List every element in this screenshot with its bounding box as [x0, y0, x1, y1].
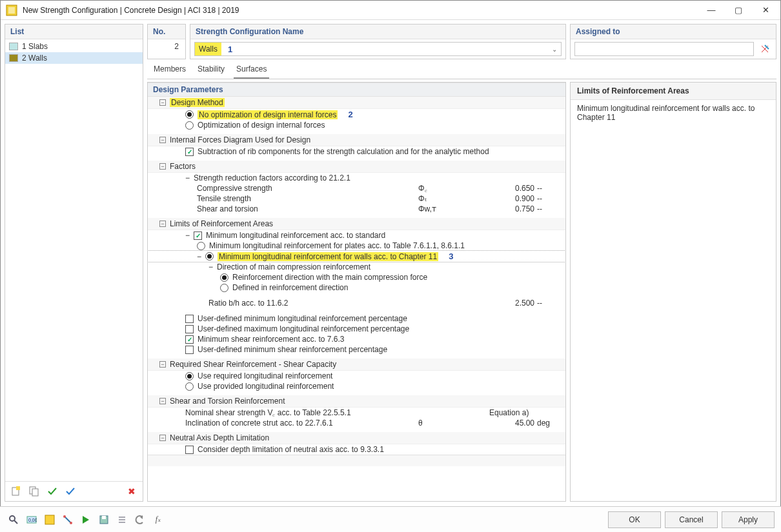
fx-icon[interactable]: fₓ	[151, 513, 165, 527]
radio-label: Reinforcement direction with the main co…	[232, 273, 427, 282]
radio-row[interactable]: Reinforcement direction with the main co…	[148, 272, 565, 282]
tab-stability[interactable]: Stability	[195, 62, 227, 79]
svg-rect-3	[16, 486, 20, 490]
titlebar: New Strength Configuration | Concrete De…	[1, 1, 780, 20]
radio-no-opt[interactable]	[185, 110, 194, 119]
chk-minshear[interactable]	[185, 335, 194, 344]
new-icon[interactable]	[9, 484, 23, 498]
check-row[interactable]: User-defined minimum longitudinal reinfo…	[148, 313, 565, 324]
link-icon[interactable]	[61, 513, 75, 527]
tab-surfaces[interactable]: Surfaces	[234, 62, 269, 79]
subgroup-label: Strength reduction factors according to …	[194, 173, 350, 182]
dropdown-icon[interactable]: ⌄	[552, 46, 557, 53]
radio-opt[interactable]	[185, 121, 194, 130]
maximize-button[interactable]: ▢	[729, 3, 748, 17]
check-row[interactable]: Consider depth limitation of neutral axi…	[148, 444, 565, 455]
collapse-icon[interactable]: −	[159, 221, 166, 227]
params-footer	[148, 455, 565, 466]
radio-plates[interactable]	[197, 242, 205, 250]
assigned-input[interactable]	[574, 42, 754, 56]
collapse-icon[interactable]: −	[185, 231, 190, 240]
collapse-icon[interactable]: −	[208, 262, 213, 271]
chk-udminshear[interactable]	[185, 346, 194, 354]
group-req-shear[interactable]: − Required Shear Reinforcement - Shear C…	[148, 359, 565, 371]
check-row[interactable]: User-defined minimum shear reinforcement…	[148, 344, 565, 355]
radio-row[interactable]: Optimization of design internal forces	[148, 120, 565, 130]
cancel-button[interactable]: Cancel	[665, 511, 718, 528]
group-shear-torsion[interactable]: − Shear and Torsion Reinforcement	[148, 395, 565, 408]
units-icon[interactable]: 0,00	[25, 513, 39, 527]
chk-minlong[interactable]	[194, 232, 202, 240]
check-row[interactable]: User-defined maximum longitudinal reinfo…	[148, 324, 565, 334]
save-icon[interactable]	[97, 513, 111, 527]
group-internal-forces[interactable]: − Internal Forces Diagram Used for Desig…	[148, 134, 565, 146]
params-title: Design Parameters	[148, 83, 565, 97]
subgroup[interactable]: − Direction of main compression reinforc…	[148, 262, 565, 272]
radio-row[interactable]: Use provided longitudinal reinforcement	[148, 381, 565, 391]
run-icon[interactable]	[79, 513, 93, 527]
check-label: User-defined minimum shear reinforcement…	[198, 345, 387, 354]
value-val: Equation a)	[489, 408, 560, 417]
tab-members[interactable]: Members	[151, 62, 188, 79]
copy-icon[interactable]	[27, 484, 41, 498]
chk-neutral[interactable]	[185, 446, 194, 454]
undo-icon[interactable]	[133, 513, 147, 527]
name-input[interactable]: Walls 1 ⌄	[194, 42, 562, 56]
check-blue-icon[interactable]	[63, 484, 77, 498]
group-design-method[interactable]: − Design Method	[148, 97, 565, 109]
group-label: Limits of Reinforcement Areas	[170, 219, 273, 228]
name-box: Strength Configuration Name Walls 1 ⌄	[190, 24, 566, 59]
name-value: Walls	[199, 44, 218, 54]
check-row[interactable]: Minimum shear reinforcement acc. to 7.6.…	[148, 334, 565, 344]
group-limits[interactable]: − Limits of Reinforcement Areas	[148, 218, 565, 230]
check-row[interactable]: Subtraction of rib components for the st…	[148, 146, 565, 157]
list-item[interactable]: 1 Slabs	[5, 41, 143, 52]
list-item[interactable]: 2 Walls	[5, 52, 143, 64]
chk-udminlong[interactable]	[185, 315, 194, 323]
radio-dir-a[interactable]	[220, 273, 228, 282]
svg-point-11	[63, 515, 66, 518]
callout-3: 3	[449, 251, 453, 261]
apply-button[interactable]: Apply	[722, 511, 775, 528]
factor-val: 0.750	[489, 204, 534, 213]
radio-row-selected[interactable]: − Minimum longitudinal reinforcement for…	[148, 251, 565, 262]
collapse-icon[interactable]: −	[159, 99, 166, 106]
radio-walls[interactable]	[205, 252, 214, 261]
delete-icon[interactable]: ✖	[125, 484, 139, 498]
collapse-icon[interactable]: −	[185, 173, 190, 182]
radio-use-req[interactable]	[185, 372, 194, 380]
group-factors[interactable]: − Factors	[148, 161, 565, 173]
minimize-button[interactable]: —	[702, 3, 721, 17]
ok-button[interactable]: OK	[608, 511, 661, 528]
chk-subtraction[interactable]	[185, 148, 194, 156]
radio-row[interactable]: Defined in reinforcement direction	[148, 282, 565, 293]
radio-label: No optimization of design internal force…	[198, 110, 338, 119]
radio-dir-b[interactable]	[220, 284, 228, 292]
collapse-icon[interactable]: −	[159, 361, 166, 368]
close-button[interactable]: ✕	[756, 3, 775, 17]
factor-unit: --	[534, 194, 560, 203]
radio-row[interactable]: No optimization of design internal force…	[148, 109, 565, 120]
help-header: Limits of Reinforcement Areas	[571, 83, 776, 100]
collapse-icon[interactable]: −	[159, 137, 166, 143]
color-icon[interactable]	[43, 513, 57, 527]
collapse-icon[interactable]: −	[159, 398, 166, 404]
list-header: List	[5, 25, 143, 39]
collapse-icon[interactable]: −	[159, 163, 166, 170]
check-row[interactable]: − Minimum longitudinal reinforcement acc…	[148, 230, 565, 241]
search-icon[interactable]	[6, 513, 21, 527]
radio-row[interactable]: Use required longitudinal reinforcement	[148, 371, 565, 381]
list-icon[interactable]	[115, 513, 129, 527]
radio-use-prov[interactable]	[185, 382, 194, 391]
group-neutral[interactable]: − Neutral Axis Depth Limitation	[148, 432, 565, 444]
center-panel: No. 2 Strength Configuration Name Walls …	[147, 24, 776, 502]
radio-row[interactable]: Minimum longitudinal reinforcement for p…	[148, 241, 565, 251]
check-green-icon[interactable]	[45, 484, 59, 498]
collapse-icon[interactable]: −	[159, 435, 166, 441]
chk-udmaxlong[interactable]	[185, 325, 194, 333]
radio-label: Optimization of design internal forces	[198, 121, 325, 130]
pick-icon[interactable]	[758, 42, 772, 56]
check-label: Minimum longitudinal reinforcement acc. …	[206, 231, 385, 240]
subgroup[interactable]: − Strength reduction factors according t…	[148, 173, 565, 183]
collapse-icon[interactable]: −	[197, 252, 201, 261]
